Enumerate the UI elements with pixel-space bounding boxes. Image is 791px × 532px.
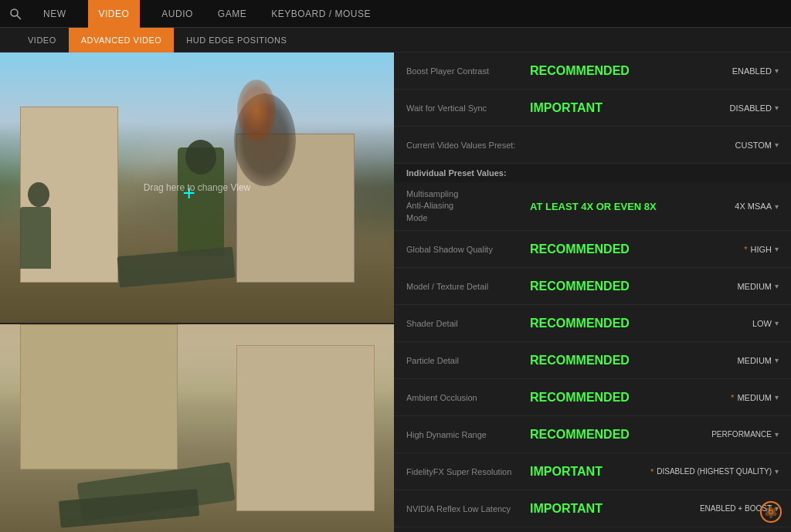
value-text-high-dynamic-range: PERFORMANCE <box>711 430 772 439</box>
setting-row-multisampling: MultisamplingAnti-AliasingModeAt least 4… <box>394 182 791 231</box>
search-icon[interactable] <box>9 8 22 20</box>
subnav-video[interactable]: VIDEO <box>15 28 69 53</box>
setting-row-nvidia-reflex: NVIDIA Reflex Low LatencyImportantENABLE… <box>394 490 791 527</box>
setting-value-particle-detail[interactable]: MEDIUM ▾ <box>701 356 779 365</box>
setting-value-wait-vertical-sync[interactable]: DISABLED ▾ <box>701 103 779 113</box>
svg-line-1 <box>17 15 21 19</box>
setting-value-shader-detail[interactable]: LOW ▾ <box>701 319 779 328</box>
setting-value-ambient-occlusion[interactable]: * MEDIUM ▾ <box>701 393 779 402</box>
setting-value-global-shadow[interactable]: * HIGH ▾ <box>701 245 779 254</box>
setting-label-current-video-preset: Current Video Values Preset: <box>406 141 530 150</box>
setting-label-boost-player-contrast: Boost Player Contrast <box>406 66 530 76</box>
nav-video[interactable]: VIDEO <box>88 0 141 28</box>
value-text-global-shadow: HIGH <box>751 245 772 254</box>
setting-value-fidelityfx[interactable]: * DISABLED (HIGHEST QUALITY) ▾ <box>650 467 779 476</box>
setting-label-ambient-occlusion: Ambient Occlusion <box>406 393 530 402</box>
value-text-model-texture: MEDIUM <box>737 282 772 291</box>
value-text-ambient-occlusion: MEDIUM <box>737 393 772 402</box>
top-game-view: + Drag here to change View <box>0 53 394 323</box>
setting-row-fidelityfx: FidelityFX Super ResolutionImportant* DI… <box>394 453 791 490</box>
setting-label-shader-detail: Shader Detail <box>406 319 530 328</box>
top-nav: NEW VIDEO AUDIO GAME KEYBOARD / MOUSE <box>0 0 791 28</box>
setting-label-global-shadow: Global Shadow Quality <box>406 245 530 254</box>
chevron-icon-particle-detail: ▾ <box>775 356 779 364</box>
main-content: + Drag here to change View Boost Player … <box>0 53 791 532</box>
setting-label-model-texture: Model / Texture Detail <box>406 282 530 291</box>
settings-panel: Boost Player ContrastRecommendedENABLED … <box>394 53 791 532</box>
crosshair: + <box>183 182 195 204</box>
value-text-particle-detail: MEDIUM <box>737 356 772 365</box>
nav-game[interactable]: GAME <box>215 0 250 28</box>
nav-keyboard[interactable]: KEYBOARD / MOUSE <box>268 0 374 28</box>
setting-tag-nvidia-reflex: Important <box>530 502 697 516</box>
setting-value-current-video-preset[interactable]: CUSTOM ▾ <box>701 141 779 150</box>
setting-tag-global-shadow: Recommended <box>530 242 701 256</box>
chevron-icon-shader-detail: ▾ <box>775 319 779 327</box>
sub-nav: VIDEO ADVANCED VIDEO HUD EDGE POSITIONS <box>0 28 791 53</box>
setting-label-particle-detail: Particle Detail <box>406 356 530 365</box>
setting-tag-fidelityfx: Important <box>530 465 650 479</box>
setting-tag-multisampling: At least 4x or even 8x <box>530 201 701 212</box>
nav-audio[interactable]: AUDIO <box>158 0 196 28</box>
setting-label-multisampling: MultisamplingAnti-AliasingMode <box>406 188 530 224</box>
value-text-wait-vertical-sync: DISABLED <box>730 103 772 113</box>
asterisk-global-shadow: * <box>744 245 747 254</box>
setting-value-high-dynamic-range[interactable]: PERFORMANCE ▾ <box>701 430 779 439</box>
left-panel: + Drag here to change View <box>0 53 394 532</box>
setting-row-high-dynamic-range: High Dynamic RangeRecommendedPERFORMANCE… <box>394 416 791 453</box>
subnav-advanced-video[interactable]: ADVANCED VIDEO <box>69 28 175 53</box>
setting-value-multisampling[interactable]: 4X MSAA ▾ <box>701 202 779 211</box>
subnav-hud[interactable]: HUD EDGE POSITIONS <box>174 28 299 53</box>
chevron-icon-wait-vertical-sync: ▾ <box>775 103 779 112</box>
nav-new[interactable]: NEW <box>40 0 70 28</box>
setting-row-current-video-preset: Current Video Values Preset:CUSTOM ▾ <box>394 127 791 164</box>
asterisk-ambient-occlusion: * <box>731 393 734 402</box>
setting-tag-ambient-occlusion: Recommended <box>530 391 701 405</box>
setting-row-shader-detail: Shader DetailRecommendedLOW ▾ <box>394 305 791 342</box>
bottom-game-view <box>0 323 394 532</box>
chevron-icon-boost-player-contrast: ▾ <box>775 66 779 75</box>
setting-tag-high-dynamic-range: Recommended <box>530 428 701 442</box>
setting-row-model-texture: Model / Texture DetailRecommendedMEDIUM … <box>394 268 791 305</box>
settings-icon[interactable] <box>760 501 782 523</box>
value-text-current-video-preset: CUSTOM <box>735 141 772 150</box>
setting-row-global-shadow: Global Shadow QualityRecommended* HIGH ▾ <box>394 231 791 268</box>
value-text-shader-detail: LOW <box>752 319 772 328</box>
chevron-icon-multisampling: ▾ <box>775 202 779 211</box>
setting-row-particle-detail: Particle DetailRecommendedMEDIUM ▾ <box>394 342 791 379</box>
setting-row-boost-player-contrast: Boost Player ContrastRecommendedENABLED … <box>394 53 791 90</box>
chevron-icon-fidelityfx: ▾ <box>775 467 779 476</box>
setting-label-wait-vertical-sync: Wait for Vertical Sync <box>406 103 530 113</box>
setting-tag-boost-player-contrast: Recommended <box>530 64 701 78</box>
value-text-fidelityfx: DISABLED (HIGHEST QUALITY) <box>657 467 772 476</box>
setting-row-wait-vertical-sync: Wait for Vertical SyncImportantDISABLED … <box>394 90 791 127</box>
value-text-boost-player-contrast: ENABLED <box>732 66 772 76</box>
chevron-icon-current-video-preset: ▾ <box>775 141 779 149</box>
setting-tag-shader-detail: Recommended <box>530 317 701 330</box>
chevron-icon-global-shadow: ▾ <box>775 245 779 253</box>
chevron-icon-ambient-occlusion: ▾ <box>775 393 779 402</box>
setting-tag-particle-detail: Recommended <box>530 354 701 368</box>
setting-value-model-texture[interactable]: MEDIUM ▾ <box>701 282 779 291</box>
setting-tag-wait-vertical-sync: Important <box>530 101 701 115</box>
section-header-individual-preset-header: Individual Preset Values: <box>394 164 791 182</box>
setting-label-high-dynamic-range: High Dynamic Range <box>406 430 530 439</box>
setting-row-ambient-occlusion: Ambient OcclusionRecommended* MEDIUM ▾ <box>394 379 791 416</box>
chevron-icon-model-texture: ▾ <box>775 282 779 290</box>
setting-value-boost-player-contrast[interactable]: ENABLED ▾ <box>701 66 779 76</box>
value-text-multisampling: 4X MSAA <box>735 202 772 211</box>
setting-label-nvidia-reflex: NVIDIA Reflex Low Latency <box>406 504 530 513</box>
chevron-icon-high-dynamic-range: ▾ <box>775 430 779 439</box>
asterisk-fidelityfx: * <box>650 467 654 476</box>
setting-label-fidelityfx: FidelityFX Super Resolution <box>406 467 530 476</box>
setting-tag-model-texture: Recommended <box>530 280 701 293</box>
svg-point-0 <box>11 9 18 16</box>
